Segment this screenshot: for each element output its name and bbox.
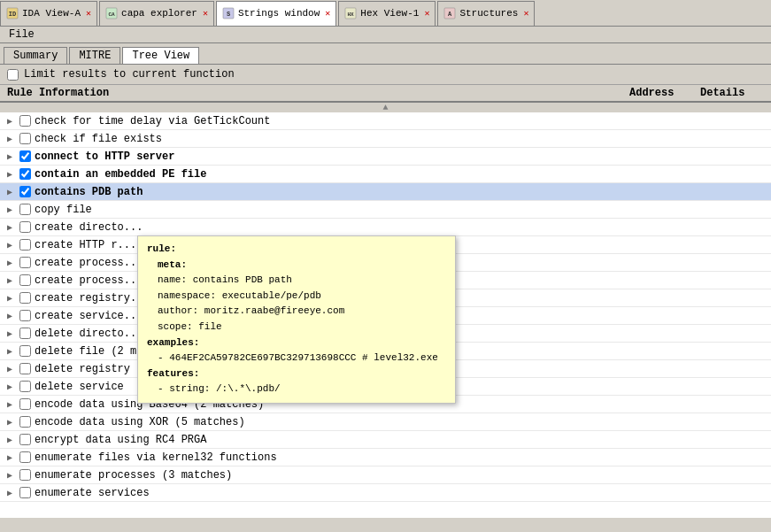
- checkbox-9[interactable]: [19, 274, 31, 286]
- popup-meta-label: meta:: [158, 259, 187, 270]
- popup-feature-value-line: - string: /:\.*\.pdb/: [158, 382, 446, 397]
- tab-tree-view[interactable]: Tree View: [122, 47, 199, 64]
- popup-namespace-key: namespace:: [158, 290, 216, 301]
- expand-icon-14[interactable]: ▶: [4, 363, 16, 375]
- popup-rule-label: rule:: [147, 243, 176, 254]
- tab-hex-close[interactable]: ✕: [424, 8, 429, 19]
- checkbox-18[interactable]: [19, 434, 31, 445]
- checkbox-3[interactable]: [19, 168, 31, 180]
- checkbox-12[interactable]: [19, 328, 31, 339]
- expand-icon-1[interactable]: ▶: [4, 133, 16, 145]
- expand-icon-10[interactable]: ▶: [4, 292, 16, 305]
- row-label-3: contain an embedded PE file: [35, 168, 771, 181]
- limit-function-checkbox[interactable]: [7, 69, 19, 81]
- checkbox-1[interactable]: [19, 133, 31, 144]
- tab-ida-view-label: IDA View-A: [22, 8, 81, 19]
- tab-ida-close[interactable]: ✕: [86, 8, 91, 19]
- checkbox-7[interactable]: [19, 239, 31, 251]
- checkbox-11[interactable]: [19, 310, 31, 321]
- struct-icon: A: [443, 7, 456, 19]
- row-label-17: encode data using XOR (5 matches): [35, 416, 771, 428]
- col-details: Details: [700, 87, 771, 99]
- expand-icon-18[interactable]: ▶: [4, 434, 16, 446]
- expand-icon-2[interactable]: ▶: [4, 150, 16, 163]
- expand-icon-4[interactable]: ▶: [4, 186, 16, 198]
- tab-structures-close[interactable]: ✕: [523, 8, 528, 19]
- row-label-6: create directo...: [35, 221, 771, 234]
- checkbox-5[interactable]: [19, 204, 31, 215]
- expand-icon-15[interactable]: ▶: [4, 381, 16, 393]
- checkbox-13[interactable]: [19, 345, 31, 357]
- main-content: Rule Information Address Details ▲ ▶ che…: [0, 85, 771, 518]
- expand-icon-13[interactable]: ▶: [4, 345, 16, 358]
- popup-author-key: author:: [158, 305, 198, 316]
- tab-structures[interactable]: A Structures ✕: [437, 1, 535, 26]
- row-create-directory[interactable]: ▶ create directo...: [0, 219, 771, 236]
- checkbox-15[interactable]: [19, 381, 31, 392]
- menu-bar: File: [0, 27, 771, 43]
- ida-icon: ID: [6, 7, 19, 19]
- tab-hex-label: Hex View-1: [360, 8, 419, 19]
- checkbox-0[interactable]: [19, 115, 31, 127]
- tab-summary[interactable]: Summary: [4, 47, 67, 64]
- tab-bar: ID IDA View-A ✕ CA capa explorer ✕ S Str…: [0, 0, 771, 27]
- tab-strings-label: Strings window: [238, 8, 320, 19]
- expand-icon-21[interactable]: ▶: [4, 487, 16, 499]
- checkbox-2[interactable]: [19, 150, 31, 162]
- row-contains-pdb[interactable]: ▶ contains PDB path: [0, 183, 771, 201]
- row-label-0: check for time delay via GetTickCount: [35, 115, 771, 127]
- tab-ida-view[interactable]: ID IDA View-A ✕: [0, 1, 97, 26]
- expand-icon-20[interactable]: ▶: [4, 469, 16, 482]
- tab-hex-view[interactable]: HX Hex View-1 ✕: [338, 1, 436, 26]
- tab-capa-explorer[interactable]: CA capa explorer ✕: [99, 1, 214, 26]
- expand-icon-11[interactable]: ▶: [4, 310, 16, 322]
- row-label-19: enumerate files via kernel32 functions: [35, 451, 771, 464]
- expand-icon-19[interactable]: ▶: [4, 451, 16, 464]
- expand-icon-12[interactable]: ▶: [4, 328, 16, 340]
- tab-strings-close[interactable]: ✕: [325, 8, 330, 19]
- expand-icon-8[interactable]: ▶: [4, 257, 16, 269]
- svg-text:HX: HX: [348, 12, 355, 18]
- checkbox-16[interactable]: [19, 398, 31, 410]
- expand-icon-0[interactable]: ▶: [4, 115, 16, 127]
- checkbox-19[interactable]: [19, 451, 31, 463]
- row-copy-file[interactable]: ▶ copy file: [0, 201, 771, 219]
- strings-icon: S: [222, 7, 235, 19]
- popup-namespace-value: executable/pe/pdb: [222, 290, 321, 301]
- popup-features-label: features:: [147, 368, 199, 379]
- checkbox-17[interactable]: [19, 416, 31, 428]
- checkbox-10[interactable]: [19, 292, 31, 304]
- expand-icon-16[interactable]: ▶: [4, 398, 16, 411]
- row-label-21: enumerate services: [35, 487, 771, 499]
- tab-mitre[interactable]: MITRE: [69, 47, 120, 64]
- checkbox-14[interactable]: [19, 363, 31, 374]
- col-address: Address: [629, 87, 700, 99]
- row-embedded-pe[interactable]: ▶ contain an embedded PE file: [0, 166, 771, 183]
- menu-file[interactable]: File: [4, 27, 40, 42]
- tab-capa-close[interactable]: ✕: [203, 8, 208, 19]
- row-enumerate-files[interactable]: ▶ enumerate files via kernel32 functions: [0, 449, 771, 466]
- row-enumerate-processes[interactable]: ▶ enumerate processes (3 matches): [0, 466, 771, 484]
- expand-icon-3[interactable]: ▶: [4, 168, 16, 181]
- row-check-time-delay[interactable]: ▶ check for time delay via GetTickCount: [0, 112, 771, 130]
- expand-icon-9[interactable]: ▶: [4, 274, 16, 287]
- checkbox-4[interactable]: [19, 186, 31, 197]
- capa-icon: CA: [105, 7, 118, 19]
- row-enumerate-services[interactable]: ▶ enumerate services: [0, 484, 771, 502]
- popup-example-value-line: - 464EF2CA59782CE697BC329713698CCC # lev…: [158, 351, 446, 366]
- tab-strings-window[interactable]: S Strings window ✕: [216, 1, 336, 26]
- checkbox-6[interactable]: [19, 221, 31, 233]
- popup-feature-value: - string: /:\.*\.pdb/: [158, 383, 281, 394]
- checkbox-20[interactable]: [19, 469, 31, 481]
- options-row: Limit results to current function: [0, 65, 771, 85]
- expand-icon-5[interactable]: ▶: [4, 204, 16, 216]
- expand-icon-6[interactable]: ▶: [4, 221, 16, 234]
- row-encrypt-rc4[interactable]: ▶ encrypt data using RC4 PRGA: [0, 431, 771, 449]
- row-connect-http[interactable]: ▶ connect to HTTP server: [0, 148, 771, 166]
- checkbox-21[interactable]: [19, 487, 31, 498]
- row-check-file-exists[interactable]: ▶ check if file exists: [0, 130, 771, 148]
- expand-icon-7[interactable]: ▶: [4, 239, 16, 251]
- checkbox-8[interactable]: [19, 257, 31, 268]
- row-encode-xor[interactable]: ▶ encode data using XOR (5 matches): [0, 413, 771, 431]
- expand-icon-17[interactable]: ▶: [4, 416, 16, 428]
